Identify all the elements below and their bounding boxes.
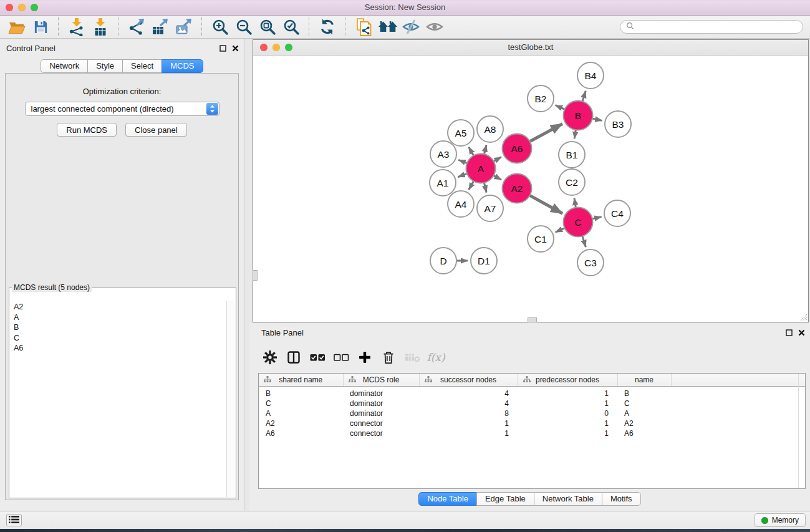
- graph-node-C3[interactable]: C3: [577, 249, 604, 276]
- graph-node-A3[interactable]: A3: [430, 141, 456, 167]
- float-table-panel-button[interactable]: [786, 329, 793, 338]
- close-panel-button-2[interactable]: Close panel: [125, 123, 187, 137]
- tab-select[interactable]: Select: [122, 59, 162, 73]
- graph-node-B[interactable]: B: [564, 101, 593, 130]
- mcds-result-item[interactable]: C: [14, 333, 226, 344]
- show-all-button[interactable]: [423, 17, 446, 37]
- graph-node-B2[interactable]: B2: [528, 85, 554, 112]
- graph-edge-A2-C[interactable]: [529, 195, 562, 213]
- zoom-selected-button[interactable]: [279, 17, 303, 37]
- scrollbar-track[interactable]: [226, 301, 235, 497]
- save-session-button[interactable]: [29, 17, 52, 37]
- graph-node-A5[interactable]: A5: [448, 120, 474, 146]
- mcds-result-item[interactable]: A2: [14, 302, 226, 312]
- zoom-fit-button[interactable]: [256, 17, 279, 37]
- panel-collapse-handle-bottom[interactable]: [528, 317, 537, 322]
- graph-node-D[interactable]: D: [430, 248, 456, 274]
- tab-network[interactable]: Network: [41, 59, 88, 73]
- delete-columns-button[interactable]: [379, 348, 398, 367]
- mcds-result-item[interactable]: A6: [14, 343, 226, 354]
- graph-node-A[interactable]: A: [466, 154, 496, 183]
- column-header-name[interactable]: name: [617, 374, 671, 387]
- new-network-from-selection-button[interactable]: [352, 17, 375, 37]
- table-row[interactable]: A2connector11A2: [259, 418, 805, 428]
- mcds-result-title: MCDS result (5 nodes): [12, 283, 92, 292]
- memory-button[interactable]: Memory: [755, 513, 806, 527]
- graph-node-A7[interactable]: A7: [477, 195, 503, 221]
- network-canvas[interactable]: B4B2BB3A8A5A6A3B1AA1C2A2A4A7C4CC1DD1C3: [253, 56, 808, 322]
- column-header-label: predecessor nodes: [536, 375, 599, 384]
- task-history-button[interactable]: [6, 514, 22, 526]
- run-mcds-button[interactable]: Run MCDS: [57, 123, 117, 137]
- deselect-all-columns-button[interactable]: [332, 348, 350, 367]
- import-network-button[interactable]: [65, 17, 89, 37]
- table-toolbar: f(x): [261, 346, 445, 369]
- table-row[interactable]: A6connector11A6: [259, 428, 805, 438]
- tab-style[interactable]: Style: [87, 59, 123, 73]
- graph-node-A6[interactable]: A6: [503, 134, 532, 163]
- column-header-shared-name[interactable]: shared name: [259, 374, 343, 387]
- zoom-out-button[interactable]: [232, 17, 256, 37]
- graph-node-B3[interactable]: B3: [605, 111, 631, 137]
- apply-layout-refresh-button[interactable]: [316, 17, 339, 37]
- panel-collapse-handle-left[interactable]: [253, 270, 258, 281]
- export-network-button[interactable]: [125, 17, 148, 37]
- graph-node-C2[interactable]: C2: [559, 169, 585, 195]
- import-table-button[interactable]: [89, 17, 112, 37]
- svg-text:B1: B1: [566, 150, 578, 160]
- close-table-panel-button[interactable]: [798, 329, 805, 338]
- graph-node-A4[interactable]: A4: [448, 191, 474, 217]
- cell-name: B: [617, 387, 671, 399]
- select-all-columns-button[interactable]: [308, 348, 327, 367]
- delete-table-button[interactable]: [403, 348, 422, 367]
- window-resize-grip[interactable]: [799, 312, 808, 321]
- graph-node-B1[interactable]: B1: [559, 142, 585, 168]
- table-scrollbar-track[interactable]: [798, 374, 799, 488]
- table-row[interactable]: Cdominator41C: [259, 399, 805, 409]
- column-layout-button[interactable]: [284, 348, 303, 367]
- table-row[interactable]: Bdominator41B: [259, 387, 805, 399]
- svg-text:A2: A2: [511, 183, 523, 194]
- graph-node-A8[interactable]: A8: [477, 116, 503, 142]
- search-input[interactable]: [637, 22, 797, 32]
- graph-node-C[interactable]: C: [564, 208, 593, 237]
- tab-mcds[interactable]: MCDS: [162, 59, 203, 73]
- attribute-settings-button[interactable]: [261, 348, 279, 367]
- zoom-in-button[interactable]: [208, 17, 232, 37]
- hide-selected-button[interactable]: [399, 17, 423, 37]
- table-tab-edge-table[interactable]: Edge Table: [476, 492, 534, 506]
- float-panel-button[interactable]: [219, 44, 226, 54]
- graph-node-A2[interactable]: A2: [503, 174, 532, 203]
- export-image-button[interactable]: [172, 17, 196, 37]
- graph-node-A1[interactable]: A1: [430, 170, 456, 196]
- optimization-criterion-select[interactable]: largest connected component (directed): [25, 102, 219, 116]
- table-tab-network-table[interactable]: Network Table: [534, 492, 602, 506]
- svg-text:C2: C2: [566, 177, 578, 188]
- mcds-result-item[interactable]: B: [14, 322, 226, 333]
- column-header-successor-nodes[interactable]: successor nodes: [419, 374, 518, 387]
- graph-edge-C-C3[interactable]: [582, 235, 586, 248]
- graph-node-C4[interactable]: C4: [604, 200, 630, 226]
- close-panel-button[interactable]: [232, 44, 239, 54]
- control-panel-title: Control Panel: [6, 44, 55, 53]
- houses-button[interactable]: [375, 17, 399, 37]
- graph-node-B4[interactable]: B4: [577, 62, 604, 89]
- create-column-button[interactable]: [355, 348, 374, 367]
- search-field[interactable]: [620, 20, 803, 34]
- table-tab-motifs[interactable]: Motifs: [602, 492, 641, 506]
- graph-edge-A6-B[interactable]: [529, 124, 562, 142]
- select-all-columns-icon: [310, 353, 325, 362]
- memory-status-icon: [761, 517, 768, 524]
- table-tab-node-table[interactable]: Node Table: [418, 492, 477, 506]
- open-session-button[interactable]: [5, 17, 29, 37]
- cell-mcds-role: dominator: [343, 409, 419, 418]
- mcds-result-item[interactable]: A: [14, 312, 226, 323]
- graph-node-D1[interactable]: D1: [471, 248, 497, 274]
- column-header-mcds-role[interactable]: MCDS role: [343, 374, 419, 387]
- function-builder-button[interactable]: f(x): [427, 348, 445, 367]
- column-header-predecessor-nodes[interactable]: predecessor nodes: [518, 374, 617, 387]
- graph-node-C1[interactable]: C1: [528, 226, 554, 252]
- table-row[interactable]: Adominator80A: [259, 409, 805, 418]
- export-table-button[interactable]: [148, 17, 172, 37]
- show-all-icon: [426, 19, 443, 34]
